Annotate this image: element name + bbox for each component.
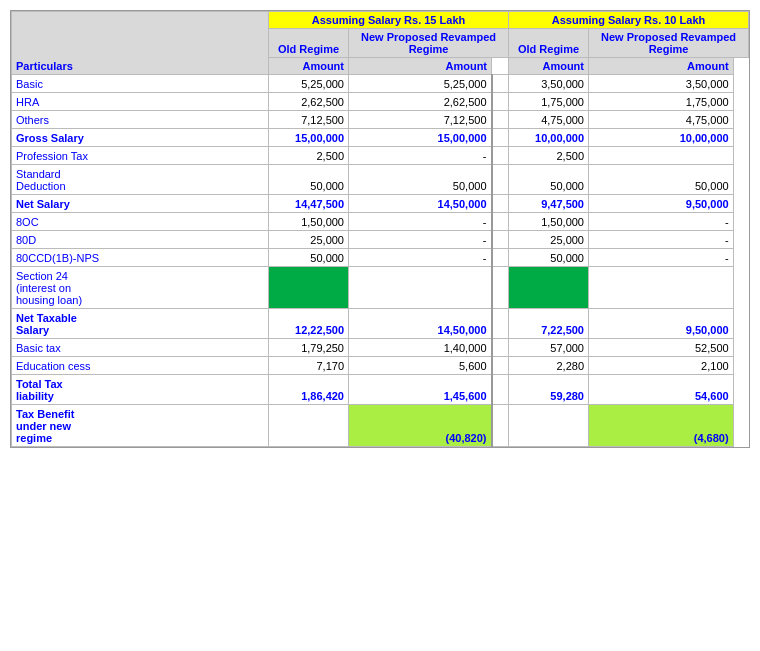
s10-new-value: 54,600 xyxy=(589,375,734,405)
s10-old-value xyxy=(509,405,589,447)
s15-new-value: - xyxy=(349,147,492,165)
s10-new-value: 52,500 xyxy=(589,339,734,357)
s15-new-value: 1,45,600 xyxy=(349,375,492,405)
s10-new-value: 4,75,000 xyxy=(589,111,734,129)
s10-old-value: 4,75,000 xyxy=(509,111,589,129)
s10-old-value: 57,000 xyxy=(509,339,589,357)
particulars-header: Particulars xyxy=(12,12,269,75)
main-table-wrapper: Particulars Assuming Salary Rs. 15 Lakh … xyxy=(10,10,750,448)
s10-new-value: 3,50,000 xyxy=(589,75,734,93)
s10-old-value: - xyxy=(509,267,589,309)
s15-old-value: - xyxy=(269,267,349,309)
s15-old-value: 1,79,250 xyxy=(269,339,349,357)
s15-new-value: 1,40,000 xyxy=(349,339,492,357)
particulars-cell: 8OC xyxy=(12,213,269,231)
salary15-header: Assuming Salary Rs. 15 Lakh xyxy=(269,12,509,29)
particulars-cell: Tax Benefitunder newregime xyxy=(12,405,269,447)
s10-new-value: - xyxy=(589,231,734,249)
s15-new-value: - xyxy=(349,231,492,249)
s10-old-amount-header: Amount xyxy=(509,58,589,75)
s15-new-amount-header: Amount xyxy=(349,58,492,75)
s10-new-value: - xyxy=(589,249,734,267)
s15-old-value: 1,86,420 xyxy=(269,375,349,405)
s10-old-value: 1,75,000 xyxy=(509,93,589,111)
particulars-cell: Net Salary xyxy=(12,195,269,213)
s10-new-value: - xyxy=(589,213,734,231)
particulars-cell: Education cess xyxy=(12,357,269,375)
particulars-cell: Section 24(interest onhousing loan) xyxy=(12,267,269,309)
s10-old-value: 7,22,500 xyxy=(509,309,589,339)
s10-old-value: 59,280 xyxy=(509,375,589,405)
particulars-cell: 80D xyxy=(12,231,269,249)
s10-old-value: 2,500 xyxy=(509,147,589,165)
s15-new-value: 5,600 xyxy=(349,357,492,375)
particulars-cell: Net TaxableSalary xyxy=(12,309,269,339)
s10-old-value: 25,000 xyxy=(509,231,589,249)
s10-new-value: 2,100 xyxy=(589,357,734,375)
particulars-cell: Total Taxliability xyxy=(12,375,269,405)
s15-old-value: 2,500 xyxy=(269,147,349,165)
s15-new-value: 14,50,000 xyxy=(349,309,492,339)
s10-old-value: 2,280 xyxy=(509,357,589,375)
s10-new-regime-header: New Proposed Revamped Regime xyxy=(589,29,749,58)
s10-new-amount-header: Amount xyxy=(589,58,734,75)
salary10-header: Assuming Salary Rs. 10 Lakh xyxy=(509,12,749,29)
s15-old-regime-header: Old Regime xyxy=(269,29,349,58)
s15-old-value: 50,000 xyxy=(269,165,349,195)
s10-new-value: (4,680) xyxy=(589,405,734,447)
s15-old-value: 14,47,500 xyxy=(269,195,349,213)
s10-new-value: 10,00,000 xyxy=(589,129,734,147)
s15-old-value: 15,00,000 xyxy=(269,129,349,147)
s15-old-value: 1,50,000 xyxy=(269,213,349,231)
s10-new-value xyxy=(589,267,734,309)
s15-old-value: 7,12,500 xyxy=(269,111,349,129)
s15-new-value: - xyxy=(349,213,492,231)
s10-old-value: 50,000 xyxy=(509,249,589,267)
s15-old-value: 2,62,500 xyxy=(269,93,349,111)
s10-old-value: 3,50,000 xyxy=(509,75,589,93)
s15-new-value: 7,12,500 xyxy=(349,111,492,129)
s10-new-value: 1,75,000 xyxy=(589,93,734,111)
s15-new-value: 14,50,000 xyxy=(349,195,492,213)
s10-new-value: 9,50,000 xyxy=(589,195,734,213)
particulars-cell: HRA xyxy=(12,93,269,111)
s10-old-value: 1,50,000 xyxy=(509,213,589,231)
s15-new-value: 2,62,500 xyxy=(349,93,492,111)
particulars-cell: Basic xyxy=(12,75,269,93)
particulars-cell: StandardDeduction xyxy=(12,165,269,195)
s15-new-value xyxy=(349,267,492,309)
s10-old-regime-header: Old Regime xyxy=(509,29,589,58)
s10-new-value: 50,000 xyxy=(589,165,734,195)
s15-old-value: 7,170 xyxy=(269,357,349,375)
particulars-cell: Basic tax xyxy=(12,339,269,357)
s15-old-value: 12,22,500 xyxy=(269,309,349,339)
s10-old-value: 50,000 xyxy=(509,165,589,195)
s15-new-value: 5,25,000 xyxy=(349,75,492,93)
s15-old-value: 5,25,000 xyxy=(269,75,349,93)
s15-new-value: - xyxy=(349,249,492,267)
particulars-cell: Others xyxy=(12,111,269,129)
s10-old-value: 9,47,500 xyxy=(509,195,589,213)
s15-new-value: (40,820) xyxy=(349,405,492,447)
particulars-cell: Profession Tax xyxy=(12,147,269,165)
s15-old-value: 50,000 xyxy=(269,249,349,267)
s15-new-regime-header: New Proposed Revamped Regime xyxy=(349,29,509,58)
s15-old-amount-header: Amount xyxy=(269,58,349,75)
s15-new-value: 50,000 xyxy=(349,165,492,195)
s15-old-value xyxy=(269,405,349,447)
s10-new-value: 9,50,000 xyxy=(589,309,734,339)
particulars-cell: 80CCD(1B)-NPS xyxy=(12,249,269,267)
particulars-cell: Gross Salary xyxy=(12,129,269,147)
s10-new-value xyxy=(589,147,734,165)
s15-new-value: 15,00,000 xyxy=(349,129,492,147)
s10-old-value: 10,00,000 xyxy=(509,129,589,147)
s15-old-value: 25,000 xyxy=(269,231,349,249)
